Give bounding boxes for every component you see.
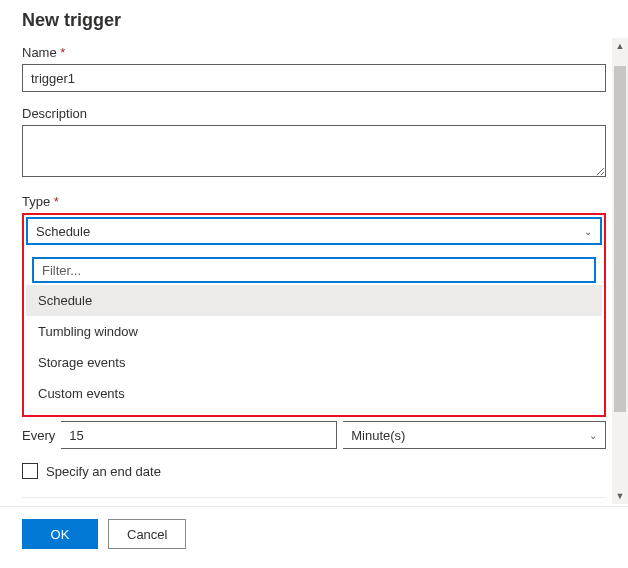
recurrence-unit-select[interactable]: Minute(s) ⌄ [343,421,606,449]
chevron-down-icon: ⌄ [584,226,592,237]
type-dropdown-panel: Schedule Tumbling window Storage events … [26,251,602,409]
ok-button[interactable]: OK [22,519,98,549]
type-selected-value: Schedule [36,224,90,239]
scroll-thumb[interactable] [614,66,626,412]
recurrence-row: Every 15 Minute(s) ⌄ [22,421,606,449]
type-option-custom-events[interactable]: Custom events [26,378,602,409]
chevron-down-icon: ⌄ [589,430,597,441]
scrollbar[interactable]: ▲ ▼ [612,38,628,504]
end-date-label: Specify an end date [46,464,161,479]
end-date-checkbox[interactable] [22,463,38,479]
type-select[interactable]: Schedule ⌄ [26,217,602,245]
recurrence-label: Every [22,428,55,443]
type-label: Type * [22,194,606,209]
footer: OK Cancel [0,506,628,561]
recurrence-value-input[interactable]: 15 [61,421,337,449]
annotations-header: Annotations [22,497,606,506]
type-option-tumbling-window[interactable]: Tumbling window [26,316,602,347]
scroll-down-icon[interactable]: ▼ [612,488,628,504]
description-label: Description [22,106,606,121]
scroll-up-icon[interactable]: ▲ [612,38,628,54]
cancel-button[interactable]: Cancel [108,519,186,549]
page-title: New trigger [22,10,606,31]
type-option-schedule[interactable]: Schedule [26,285,602,316]
type-option-storage-events[interactable]: Storage events [26,347,602,378]
name-input[interactable] [22,64,606,92]
name-label: Name * [22,45,606,60]
type-dropdown-region: Schedule ⌄ Schedule Tumbling window Stor… [22,213,606,417]
description-input[interactable] [22,125,606,177]
type-filter-input[interactable] [32,257,596,283]
